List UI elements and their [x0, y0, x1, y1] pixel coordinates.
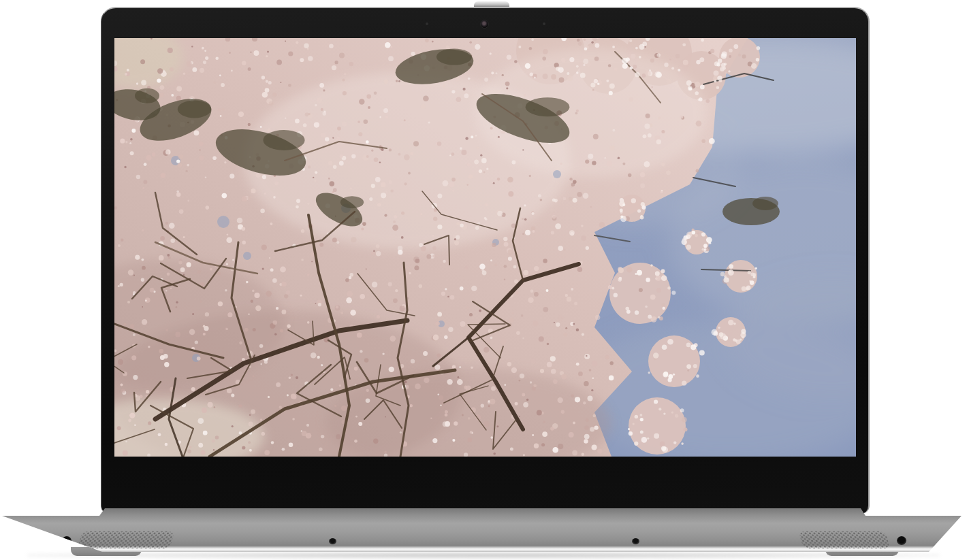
port-hole-left: [62, 536, 72, 545]
laptop-product-photo: [0, 0, 969, 560]
microphone-hole-right: [543, 22, 545, 25]
base-chassis: [2, 508, 962, 552]
floor-shadow: [27, 553, 940, 559]
display-panel: [114, 38, 856, 457]
port-hole-right: [897, 536, 906, 545]
speaker-grille-left: [77, 531, 174, 548]
chassis-screw-left: [329, 538, 336, 544]
laptop-lid: [101, 7, 870, 514]
speaker-grille-right: [798, 531, 890, 548]
microphone-hole-left: [426, 22, 428, 25]
chassis-screw-right: [632, 538, 639, 544]
wallpaper-svg: [114, 38, 856, 457]
webcam: [480, 20, 489, 29]
